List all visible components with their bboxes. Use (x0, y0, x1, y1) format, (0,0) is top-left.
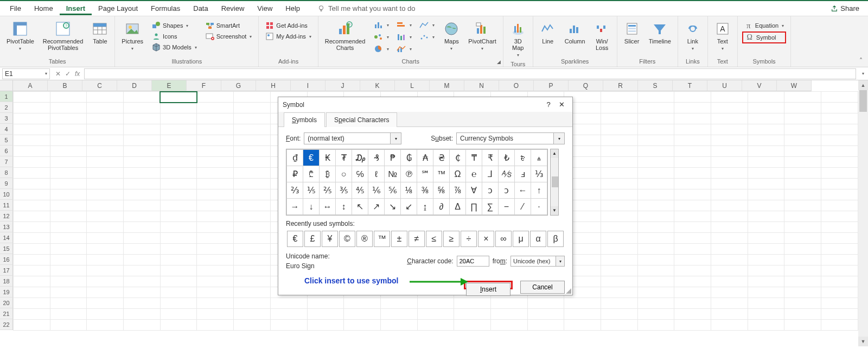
row-header[interactable]: 20 (0, 298, 13, 308)
recent-symbol-cell[interactable]: ® (356, 231, 373, 247)
symbol-cell[interactable]: ↕ (336, 199, 352, 215)
text-button[interactable]: AText▾ (711, 20, 734, 53)
symbol-cell[interactable]: ₫ (287, 150, 303, 166)
pictures-button[interactable]: Pictures▾ (118, 20, 146, 53)
symbol-cell[interactable]: ℓ (368, 166, 385, 182)
recent-symbol-cell[interactable]: × (478, 231, 494, 247)
symbol-cell[interactable]: ↄ (499, 182, 515, 199)
symbol-cell[interactable]: ⅙ (368, 182, 385, 199)
symbol-cell[interactable]: ↄ (482, 182, 499, 199)
sparkline-column-button[interactable]: Column (561, 20, 589, 46)
column-chart-button[interactable]: ▾ (372, 21, 391, 29)
row-header[interactable]: 16 (0, 254, 13, 265)
column-header[interactable]: Q (569, 80, 603, 91)
row-header[interactable]: 9 (0, 178, 13, 189)
recommended-pivottables-button[interactable]: ? Recommended PivotTables (40, 20, 87, 52)
formula-input[interactable] (84, 68, 856, 79)
my-addins-button[interactable]: My Add-ins▾ (263, 31, 313, 41)
column-header[interactable]: D (117, 80, 152, 91)
menu-formulas[interactable]: Formulas (144, 2, 187, 15)
charts-dialog-launcher[interactable]: ◢ (497, 59, 501, 65)
symbol-cell[interactable]: ← (515, 182, 531, 199)
from-select[interactable]: Unicode (hex)▾ (510, 256, 565, 267)
symbol-cell[interactable]: ₭ (320, 150, 336, 166)
symbol-cell[interactable]: ⅗ (336, 182, 352, 199)
smartart-button[interactable]: SmartArt (203, 21, 254, 30)
icons-button[interactable]: Icons (150, 31, 199, 41)
column-header[interactable]: E (152, 80, 187, 91)
column-header[interactable]: W (777, 80, 812, 91)
symbol-cell[interactable]: ₲ (401, 150, 417, 166)
collapse-ribbon-button[interactable]: ˄ (854, 55, 868, 67)
scroll-thumb[interactable] (552, 176, 558, 187)
menu-view[interactable]: View (251, 2, 279, 15)
symbol-cell[interactable]: ™ (433, 166, 450, 182)
row-header[interactable]: 1 (0, 91, 13, 102)
symbol-cell[interactable]: ⅕ (303, 182, 320, 199)
symbol-cell[interactable]: ⅚ (385, 182, 401, 199)
column-header[interactable]: P (534, 80, 569, 91)
column-header[interactable]: O (499, 80, 534, 91)
combo-chart-button[interactable]: ▾ (394, 45, 414, 53)
column-header[interactable]: J (326, 80, 360, 91)
column-header[interactable]: M (430, 80, 464, 91)
recent-symbol-cell[interactable]: ™ (374, 231, 390, 247)
symbol-cell[interactable]: ∏ (466, 199, 482, 215)
symbol-cell[interactable]: ℅ (352, 166, 368, 182)
timeline-button[interactable]: Timeline (646, 20, 674, 46)
symbol-cell[interactable]: Ɐ (466, 182, 482, 199)
symbol-cell[interactable]: ⅜ (417, 182, 433, 199)
symbol-button[interactable]: ΩSymbol (742, 31, 786, 43)
row-header[interactable]: 22 (0, 319, 13, 330)
scroll-up-button[interactable]: ▲ (551, 149, 558, 158)
symbol-cell[interactable]: ⅛ (401, 182, 417, 199)
symbol-cell[interactable]: ⅖ (320, 182, 336, 199)
symbol-cell[interactable]: € (303, 150, 320, 166)
recent-symbol-cell[interactable]: ≤ (426, 231, 442, 247)
sparkline-line-button[interactable]: Line (537, 20, 559, 46)
menu-home[interactable]: Home (28, 2, 60, 15)
column-header[interactable]: H (256, 80, 291, 91)
row-header[interactable]: 4 (0, 124, 13, 135)
menu-data[interactable]: Data (187, 2, 214, 15)
maps-button[interactable]: Maps▾ (440, 20, 463, 53)
column-header[interactable]: V (742, 80, 777, 91)
row-header[interactable]: 8 (0, 167, 13, 178)
cancel-button[interactable]: Cancel (520, 281, 565, 294)
pivotchart-button[interactable]: PivotChart▾ (465, 20, 499, 53)
name-box[interactable]: E1▾ (2, 68, 50, 79)
row-header[interactable]: 19 (0, 287, 13, 298)
row-header[interactable]: 5 (0, 135, 13, 145)
recent-symbol-cell[interactable]: ∞ (495, 231, 512, 247)
symbol-cell[interactable]: ↑ (531, 182, 547, 199)
column-header[interactable]: I (291, 80, 326, 91)
symbol-cell[interactable]: ₿ (320, 166, 336, 182)
symbol-cell[interactable]: ↔ (320, 199, 336, 215)
row-header[interactable]: 18 (0, 276, 13, 287)
symbol-cell[interactable]: − (499, 199, 515, 215)
link-button[interactable]: Link▾ (681, 20, 704, 53)
recent-symbol-cell[interactable]: α (530, 231, 546, 247)
column-header[interactable]: S (638, 80, 673, 91)
symbol-cell[interactable]: ∑ (482, 199, 499, 215)
select-all-corner[interactable] (0, 80, 13, 91)
symbol-cell[interactable]: ₸ (466, 150, 482, 166)
tab-special-characters[interactable]: Special Characters (326, 112, 397, 127)
insert-button[interactable]: Insert (466, 283, 510, 296)
menu-file[interactable]: File (3, 2, 28, 15)
row-header[interactable]: 2 (0, 102, 13, 113)
symbol-cell[interactable]: ℗ (401, 166, 417, 182)
symbol-cell[interactable]: Δ (450, 199, 466, 215)
symbol-cell[interactable]: ↖ (352, 199, 368, 215)
symbol-cell[interactable]: · (531, 199, 547, 215)
table-button[interactable]: Table (88, 20, 111, 46)
recent-symbol-cell[interactable]: £ (304, 231, 321, 247)
row-header[interactable]: 3 (0, 113, 13, 124)
menu-review[interactable]: Review (215, 2, 251, 15)
symbol-cell[interactable]: ₺ (499, 150, 515, 166)
symbol-cell[interactable]: ↨ (417, 199, 433, 215)
expand-formula-bar-button[interactable]: ▾ (858, 71, 868, 76)
statistic-chart-button[interactable]: ▾ (394, 33, 414, 41)
symbol-cell[interactable]: ⅃ (482, 166, 499, 182)
pivottable-button[interactable]: PivotTable▾ (3, 20, 37, 53)
